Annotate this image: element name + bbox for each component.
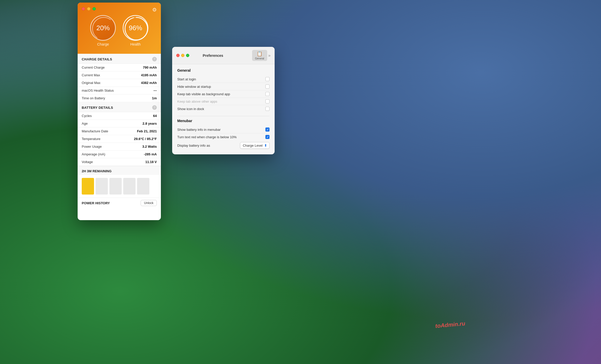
detail-row: Cycles64 [78, 112, 161, 120]
battery-gauges: 20% Charge 96% Health [82, 13, 157, 46]
detail-label: Voltage [82, 160, 93, 164]
pref-label: Turn text red when charge is below 10% [177, 135, 236, 139]
power-bar-1 [82, 178, 94, 195]
detail-label: macOS Health Status [82, 89, 114, 92]
power-bar-2 [96, 178, 108, 195]
battery-help-icon[interactable]: ? [152, 105, 157, 110]
svg-point-0 [92, 17, 115, 40]
detail-value: 790 mAh [143, 66, 157, 69]
tab-general[interactable]: 📋 General [252, 50, 267, 61]
prefs-body: General Start at loginHide window at sta… [172, 64, 275, 154]
power-bar-5 [137, 178, 149, 195]
pref-label: Hide window at startup [177, 85, 211, 89]
battery-details-title: BATTERY DETAILS [82, 106, 113, 110]
menubar-section-title: Menubar [177, 119, 270, 123]
pref-checkbox[interactable] [265, 135, 270, 139]
toolbar-chevron-icon[interactable]: » [268, 53, 271, 58]
health-label: Health [130, 42, 141, 46]
detail-value: 64 [153, 114, 157, 118]
detail-row: macOS Health Status--- [78, 87, 161, 94]
detail-row: Voltage11.18 V [78, 158, 161, 166]
pref-label: Show icon in dock [177, 107, 204, 111]
general-section-title: General [177, 68, 270, 72]
prefs-row: Show icon in dock [177, 105, 270, 112]
menubar-items: Show battery info in menubarTurn text re… [177, 126, 270, 141]
display-battery-row: Display battery info as Charge Level ⬍ [177, 141, 270, 150]
prefs-row: Keep tab visible as background app [177, 90, 270, 98]
pref-label: Keep tab visible as background app [177, 92, 230, 96]
detail-value: --- [153, 89, 157, 92]
dropdown-value: Charge Level [243, 144, 263, 147]
traffic-lights [82, 7, 157, 10]
health-gauge: 96% Health [123, 15, 148, 46]
detail-row: Power Usage3.2 Watts [78, 143, 161, 151]
power-history-row: POWER HISTORY Unlock [78, 198, 161, 209]
pref-checkbox[interactable] [265, 127, 270, 132]
detail-value: 2.8 years [142, 122, 157, 125]
battery-window: ⚙ 20% Charge 96% [78, 3, 161, 220]
charge-label: Charge [97, 42, 109, 46]
battery-details-rows: Cycles64Age2.8 yearsManufacture DateFeb … [78, 112, 161, 166]
pref-label: Show battery info in menubar [177, 128, 221, 132]
pref-label: Start at login [177, 77, 196, 81]
dropdown-arrows-icon: ⬍ [264, 143, 267, 147]
prefs-toolbar: 📋 General » [252, 50, 271, 61]
detail-row: Current Max4195 mAh [78, 71, 161, 79]
prefs-row: Hide window at startup [177, 83, 270, 90]
zoom-button[interactable] [92, 7, 96, 10]
minimize-button[interactable] [87, 7, 90, 10]
detail-row: Temperature29.6°C / 85.2°F [78, 135, 161, 143]
prefs-row: Show battery info in menubar [177, 126, 270, 133]
power-bar-3 [109, 178, 122, 195]
battery-details-header: BATTERY DETAILS ? [78, 102, 161, 112]
detail-value: 4195 mAh [141, 73, 157, 77]
pref-checkbox[interactable] [265, 84, 270, 89]
charge-help-icon[interactable]: ? [152, 57, 157, 61]
pref-checkbox[interactable] [265, 107, 270, 111]
detail-value: Feb 21, 2021 [137, 129, 157, 133]
power-history-title: POWER HISTORY [82, 201, 110, 205]
close-button[interactable] [82, 7, 85, 10]
detail-label: Age [82, 122, 88, 125]
remaining-title: 2H 3M REMAINING [82, 169, 111, 173]
detail-label: Original Max [82, 81, 100, 85]
prefs-window: Preferences 📋 General » General Start at… [172, 47, 275, 154]
gear-icon[interactable]: ⚙ [152, 7, 157, 13]
prefs-row: Keep tab above other apps [177, 98, 270, 105]
detail-value: 29.6°C / 85.2°F [134, 137, 157, 141]
pref-checkbox[interactable] [265, 77, 270, 81]
detail-row: Manufacture DateFeb 21, 2021 [78, 127, 161, 135]
unlock-button[interactable]: Unlock [141, 200, 157, 206]
remaining-section: 2H 3M REMAINING [78, 166, 161, 175]
charge-details-header: CHARGE DETAILS ? [78, 54, 161, 64]
pref-checkbox[interactable] [265, 92, 270, 96]
detail-row: Original Max4382 mAh [78, 79, 161, 87]
charge-details-title: CHARGE DETAILS [82, 57, 112, 61]
pref-checkbox[interactable] [265, 99, 270, 103]
detail-label: Current Max [82, 73, 100, 77]
detail-value: -285 mA [144, 152, 157, 156]
prefs-titlebar: Preferences 📋 General » [172, 47, 275, 64]
detail-label: Manufacture Date [82, 129, 108, 133]
prefs-divider [177, 116, 270, 116]
display-battery-dropdown[interactable]: Charge Level ⬍ [240, 142, 270, 149]
detail-label: Temperature [82, 137, 100, 141]
detail-row: Time on Battery1m [78, 94, 161, 102]
detail-label: Amperage (mA) [82, 152, 105, 156]
detail-value: 3.2 Watts [142, 145, 157, 148]
detail-value: 11.18 V [145, 160, 157, 164]
detail-row: Current Charge790 mAh [78, 64, 161, 71]
prefs-row: Start at login [177, 76, 270, 83]
general-tab-icon: 📋 [257, 51, 262, 57]
general-items: Start at loginHide window at startupKeep… [177, 76, 270, 112]
detail-label: Time on Battery [82, 96, 105, 100]
health-circle: 96% [123, 15, 148, 41]
prefs-row: Turn text red when charge is below 10% [177, 133, 270, 141]
battery-header: ⚙ 20% Charge 96% [78, 3, 161, 54]
power-bars [78, 175, 161, 198]
detail-value: 1m [152, 96, 157, 100]
detail-row: Amperage (mA)-285 mA [78, 151, 161, 158]
detail-label: Cycles [82, 114, 92, 118]
charge-circle: 20% [90, 15, 116, 41]
svg-point-2 [125, 17, 148, 40]
